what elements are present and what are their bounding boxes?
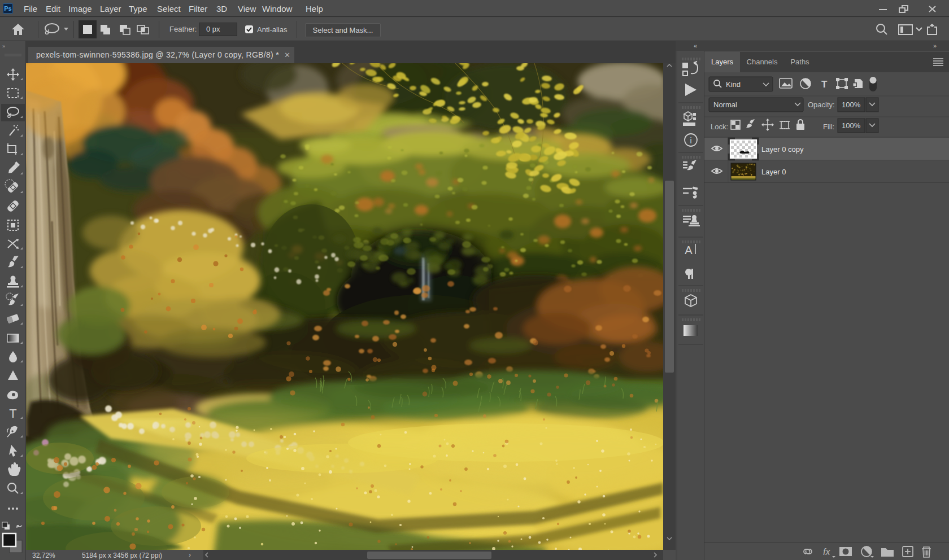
svg-text:Fill:: Fill:: [823, 123, 834, 131]
svg-text:Lock:: Lock:: [711, 123, 728, 131]
svg-text:100%: 100%: [842, 100, 861, 109]
svg-text:Kind: Kind: [726, 80, 741, 89]
svg-text:fx: fx: [823, 547, 830, 557]
svg-text:Opacity:: Opacity:: [808, 100, 835, 109]
svg-text:T: T: [9, 406, 16, 421]
svg-text:T: T: [821, 79, 828, 90]
svg-text:A: A: [685, 244, 693, 256]
svg-text:i: i: [690, 136, 691, 145]
svg-text:»: »: [2, 43, 5, 49]
svg-text:Normal: Normal: [713, 100, 737, 109]
svg-text:Layer 0 copy: Layer 0 copy: [761, 145, 804, 154]
svg-text:Layer 0: Layer 0: [761, 168, 786, 176]
svg-text:100%: 100%: [842, 121, 861, 130]
